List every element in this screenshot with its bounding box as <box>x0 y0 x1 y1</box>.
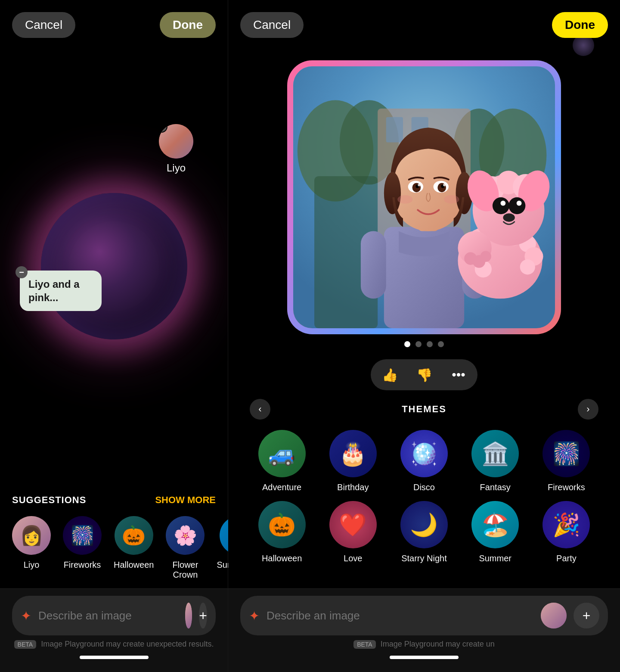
flower-crown-icon: 🌸 <box>166 516 205 555</box>
theme-label-disco: Disco <box>413 482 435 492</box>
person-name-label: Liyo <box>167 162 186 174</box>
theme-circle-fireworks: 🎆 <box>542 430 590 477</box>
right-done-button[interactable]: Done <box>552 12 608 38</box>
theme-label-summer: Summer <box>479 554 512 563</box>
left-describe-input[interactable] <box>38 609 178 622</box>
theme-item-love[interactable]: ❤️ Love <box>321 501 385 563</box>
theme-circle-halloween: 🎃 <box>258 501 306 548</box>
dot-4[interactable] <box>438 341 444 347</box>
suggestion-circle-halloween: 🎃 <box>115 516 153 555</box>
prompt-bubble-text: Liyo and a pink... <box>28 278 80 303</box>
suggestion-item-halloween[interactable]: 🎃 Halloween <box>114 516 154 570</box>
theme-circle-disco: 🪩 <box>400 430 448 477</box>
suggestions-section: SUGGESTIONS SHOW MORE 👩 Liyo 🎆 Fireworks <box>0 486 228 588</box>
avatar[interactable]: − <box>159 124 193 159</box>
left-beta-disclaimer: BETA Image Playground may create unexpec… <box>12 640 216 652</box>
left-home-indicator <box>80 656 149 659</box>
right-content-area: 👍 👎 ••• ‹ THEMES › 🚙 Adventure 🎂 Birth <box>228 47 620 588</box>
dot-1[interactable] <box>404 341 410 347</box>
suggestions-list: 👩 Liyo 🎆 Fireworks 🎃 Halloween <box>12 516 216 580</box>
suggestion-item-flower-crown[interactable]: 🌸 Flower Crown <box>166 516 205 580</box>
themes-prev-button[interactable]: ‹ <box>250 399 270 420</box>
right-describe-input[interactable] <box>267 609 534 622</box>
suggestion-circle-fireworks: 🎆 <box>63 516 102 555</box>
right-input-row: ✦ + <box>240 596 608 635</box>
svg-rect-7 <box>386 117 403 143</box>
svg-point-50 <box>480 251 491 262</box>
theme-label-starry-night: Starry Night <box>401 554 447 563</box>
svg-rect-24 <box>361 231 386 299</box>
left-input-row: ✦ + <box>12 596 216 635</box>
svg-point-12 <box>384 172 401 214</box>
more-options-button[interactable]: ••• <box>441 361 476 389</box>
dot-2[interactable] <box>415 341 422 347</box>
left-bottom-bar: ✦ + BETA Image Playground may create une… <box>0 588 228 672</box>
right-avatar-button[interactable] <box>541 603 567 628</box>
theme-item-starry-night[interactable]: 🌙 Starry Night <box>392 501 456 563</box>
theme-item-fireworks[interactable]: 🎆 Fireworks <box>534 430 598 492</box>
theme-item-halloween[interactable]: 🎃 Halloween <box>250 501 314 563</box>
themes-title: THEMES <box>270 404 578 415</box>
themes-section: ‹ THEMES › 🚙 Adventure 🎂 Birthday 🪩 <box>245 390 603 572</box>
theme-circle-birthday: 🎂 <box>329 430 377 477</box>
svg-point-45 <box>517 201 522 206</box>
suggestion-label-halloween: Halloween <box>114 560 154 570</box>
page-dots <box>404 341 444 347</box>
theme-item-birthday[interactable]: 🎂 Birthday <box>321 430 385 492</box>
theme-item-adventure[interactable]: 🚙 Adventure <box>250 430 314 492</box>
left-avatar-button[interactable] <box>185 603 192 628</box>
beta-disclaimer-text: Image Playground may create unexpected r… <box>41 640 214 648</box>
right-bottom-bar: ✦ + BETA Image Playground may create un <box>228 588 620 672</box>
suggestions-header: SUGGESTIONS SHOW MORE <box>12 495 216 506</box>
theme-item-fantasy[interactable]: 🏛️ Fantasy <box>463 430 527 492</box>
left-cancel-button[interactable]: Cancel <box>12 12 75 38</box>
right-beta-disclaimer-text: Image Playground may create un <box>381 640 495 648</box>
themes-next-button[interactable]: › <box>578 399 598 420</box>
right-beta-disclaimer: BETA Image Playground may create un <box>240 640 608 652</box>
theme-label-adventure: Adventure <box>262 482 301 492</box>
action-buttons: 👍 👎 ••• <box>371 359 477 390</box>
dot-3[interactable] <box>427 341 433 347</box>
svg-point-22 <box>397 195 412 204</box>
theme-label-fireworks: Fireworks <box>548 482 585 492</box>
svg-point-33 <box>520 259 535 274</box>
theme-circle-party: 🎉 <box>542 501 590 548</box>
theme-item-summer[interactable]: 🏖️ Summer <box>463 501 527 563</box>
playground-icon: ✦ <box>21 608 31 623</box>
suggestion-label-fireworks: Fireworks <box>64 560 101 570</box>
generated-image-container[interactable] <box>291 64 558 331</box>
theme-label-party: Party <box>556 554 577 563</box>
left-top-bar: Cancel Done <box>0 0 228 47</box>
thumbs-up-button[interactable]: 👍 <box>372 361 407 389</box>
right-cancel-button[interactable]: Cancel <box>240 12 304 38</box>
show-more-button[interactable]: SHOW MORE <box>155 495 216 506</box>
person-tag: − Liyo <box>159 124 193 174</box>
suggestion-item-liyo[interactable]: 👩 Liyo <box>12 516 51 570</box>
theme-label-birthday: Birthday <box>337 482 369 492</box>
right-beta-badge: BETA <box>353 640 376 649</box>
suggestion-circle-flower-crown: 🌸 <box>166 516 205 555</box>
theme-item-disco[interactable]: 🪩 Disco <box>392 430 456 492</box>
suggestion-item-fireworks[interactable]: 🎆 Fireworks <box>63 516 102 570</box>
prompt-bubble[interactable]: − Liyo and a pink... <box>20 271 102 311</box>
suggestion-circle-liyo: 👩 <box>12 516 51 555</box>
generated-image <box>293 66 555 328</box>
theme-label-halloween: Halloween <box>262 554 302 563</box>
svg-point-43 <box>508 197 525 214</box>
left-done-button[interactable]: Done <box>160 12 216 38</box>
theme-circle-love: ❤️ <box>329 501 377 548</box>
halloween-icon: 🎃 <box>115 516 153 555</box>
right-playground-icon: ✦ <box>249 608 260 623</box>
left-add-button[interactable]: + <box>199 603 207 628</box>
right-add-button[interactable]: + <box>574 603 599 628</box>
suggestion-label-liyo: Liyo <box>24 560 40 570</box>
svg-point-44 <box>500 201 505 206</box>
glowing-orb[interactable] <box>41 193 187 339</box>
theme-label-love: Love <box>344 554 362 563</box>
thumbs-down-button[interactable]: 👎 <box>407 361 441 389</box>
left-content-area: − Liyo − Liyo and a pink... <box>0 47 228 486</box>
right-home-indicator <box>390 656 459 659</box>
svg-point-23 <box>444 195 459 204</box>
remove-prompt-button[interactable]: − <box>16 266 28 278</box>
theme-item-party[interactable]: 🎉 Party <box>534 501 598 563</box>
